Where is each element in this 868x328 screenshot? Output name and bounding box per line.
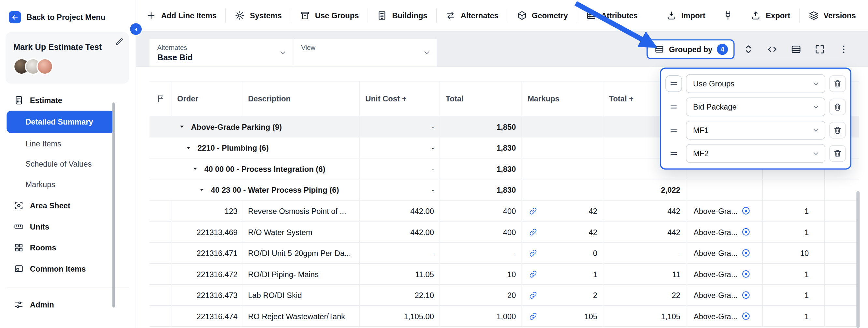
tri-down-icon (185, 144, 192, 151)
flag-cell (150, 306, 172, 327)
group-field-select[interactable]: Bid Package (686, 97, 825, 116)
ruler-icon (14, 222, 24, 232)
sidebar-item-markups[interactable]: Markups (6, 174, 114, 194)
group-total: 1,850 (440, 116, 522, 138)
qty-cell: 1 (763, 285, 825, 306)
target-icon (742, 269, 751, 279)
tri-down-icon (192, 165, 199, 172)
order-cell: 123 (172, 201, 242, 222)
markups-cell: 2 (522, 285, 603, 306)
column-header-markups[interactable]: Markups (522, 81, 603, 116)
rooms-grid-icon (14, 243, 24, 253)
total-cell: 400 (440, 201, 522, 222)
drag-handle[interactable] (665, 75, 682, 92)
total-cell: 20 (440, 285, 522, 306)
back-to-project-menu-button[interactable]: Back to Project Menu (0, 0, 135, 29)
toolbar-integrations-button[interactable] (714, 0, 742, 31)
back-arrow-icon (9, 11, 21, 23)
sidebar-section-label: Admin (30, 300, 54, 309)
toolbar-alternates-button[interactable]: Alternates (437, 0, 508, 31)
column-header-order[interactable]: Order (172, 81, 242, 116)
unit-cost-cell: 11.05 (360, 264, 440, 285)
total-plus-cell: - (603, 243, 686, 264)
group-field-select[interactable]: Use Groups (686, 74, 825, 93)
delete-group-button[interactable] (829, 75, 846, 92)
delete-group-button[interactable] (829, 98, 846, 115)
column-header-description[interactable]: Description (242, 81, 360, 116)
alternates-select[interactable]: Alternates Base Bid (150, 39, 293, 66)
group-row[interactable]: 40 23 00 - Water Process Piping (6)-1,83… (150, 180, 859, 201)
rows-button[interactable] (786, 39, 806, 59)
drag-handle[interactable] (665, 145, 682, 162)
toolbar-buildings-button[interactable]: Buildings (368, 0, 436, 31)
line-item-row[interactable]: 221316.473Lab RO/DI Skid22.1020222Above-… (150, 285, 859, 306)
fullscreen-button[interactable] (810, 39, 830, 59)
toolbar-use-groups-button[interactable]: Use Groups (291, 0, 368, 31)
toolbar-attributes-button[interactable]: Attributes (577, 0, 647, 31)
line-item-row[interactable]: 221316.472RO/DI Piping- Mains11.0510111A… (150, 264, 859, 285)
toolbar-add-line-items-button[interactable]: Add Line Items (137, 0, 225, 31)
sidebar-section-admin[interactable]: Admin (0, 295, 135, 315)
column-header-label: Total (446, 94, 464, 103)
line-item-row[interactable]: 221316.471RO/DI Unit 5-20gpm Per Da...--… (150, 243, 859, 264)
toolbar-geometry-button[interactable]: Geometry (508, 0, 577, 31)
line-item-row[interactable]: 123Reverse Osmosis Point of ...442.00400… (150, 201, 859, 222)
use-group-cell: Above-Gra... (686, 264, 763, 285)
sidebar-scrollbar[interactable] (113, 102, 115, 307)
edit-pencil-icon[interactable] (115, 38, 123, 46)
grouped-by-button[interactable]: Grouped by 4 (647, 39, 735, 59)
toolbar-import-button[interactable]: Import (657, 0, 714, 31)
calculator-icon (14, 95, 24, 105)
sidebar-nav: EstimateDetailed SummaryLine ItemsSchedu… (0, 90, 135, 318)
group-field-value: MF1 (693, 126, 709, 135)
column-header-label: Order (177, 94, 198, 103)
qty-cell: 1 (763, 222, 825, 243)
description-cell: Reverse Osmosis Point of ... (242, 201, 360, 222)
column-header-unit-cost[interactable]: Unit Cost + (360, 81, 440, 116)
code-button[interactable] (762, 39, 782, 59)
use-group-cell: Above-Gra... (686, 285, 763, 306)
sidebar-section-common-items[interactable]: Common Items (0, 259, 135, 279)
sidebar-section-estimate[interactable]: Estimate (0, 90, 135, 110)
unfold-button[interactable] (738, 39, 758, 59)
sidebar-item-detailed-summary[interactable]: Detailed Summary (6, 111, 114, 133)
sidebar-item-line-items[interactable]: Line Items (6, 134, 114, 154)
description-cell: Lab RO/DI Skid (242, 285, 360, 306)
group-total: 1,830 (440, 180, 522, 201)
delete-group-button[interactable] (829, 122, 846, 139)
code-icon (767, 43, 778, 55)
toolbar-versions-button[interactable]: Versions (800, 0, 864, 31)
toolbar-systems-button[interactable]: Systems (226, 0, 291, 31)
link-icon (529, 312, 537, 321)
drag-handle[interactable] (665, 122, 682, 139)
group-total-plus: 2,022 (603, 180, 686, 201)
markups-cell: 0 (522, 243, 603, 264)
link-icon (529, 228, 537, 236)
import-icon (666, 10, 676, 21)
sidebar-collapse-button[interactable] (130, 23, 142, 35)
kebab-button[interactable] (834, 39, 854, 59)
toolbar-export-button[interactable]: Export (742, 0, 799, 31)
column-header-total[interactable]: Total (440, 81, 522, 116)
view-select[interactable]: View (293, 39, 437, 66)
group-field-select[interactable]: MF2 (686, 144, 825, 163)
sidebar-section-rooms[interactable]: Rooms (0, 238, 135, 258)
avatar[interactable] (36, 58, 53, 74)
line-item-row[interactable]: 221316.474RO Reject Wastewater/Tank1,105… (150, 306, 859, 327)
group-markups (522, 137, 603, 158)
sidebar-section-units[interactable]: Units (0, 216, 135, 236)
sidebar-item-schedule-of-values[interactable]: Schedule of Values (6, 154, 114, 174)
total-plus-cell: 442 (603, 222, 686, 243)
line-item-row[interactable]: 221313.469R/O Water System442.0040042442… (150, 222, 859, 243)
sidebar-section-area-sheet[interactable]: Area Sheet (0, 196, 135, 215)
group-label: 40 23 00 - Water Process Piping (6) (211, 185, 339, 194)
group-field-select[interactable]: MF1 (686, 121, 825, 140)
table-scrollbar[interactable] (856, 191, 860, 328)
target-icon (742, 206, 751, 215)
trash-icon (833, 102, 842, 111)
delete-group-button[interactable] (829, 145, 846, 162)
column-header-flag[interactable] (150, 81, 172, 116)
rows-icon (655, 44, 665, 54)
drag-handle[interactable] (665, 98, 682, 115)
qty-cell: 1 (763, 201, 825, 222)
